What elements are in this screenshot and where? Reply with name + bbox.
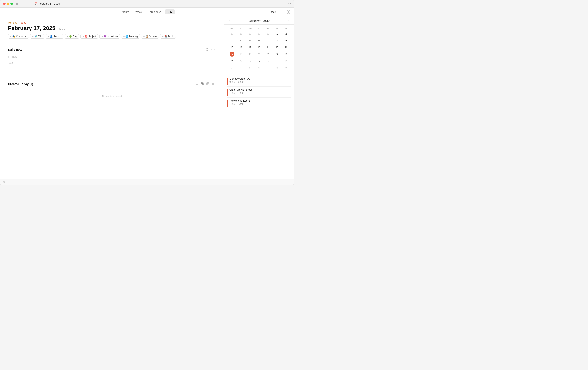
table-row[interactable]: 24 [228,58,236,64]
day-of-week: Monday [8,21,17,24]
table-row[interactable]: 18 [237,51,245,57]
tag-btn-project[interactable]: +🎯Project [80,34,98,39]
table-row[interactable]: 21 [264,51,273,57]
table-row[interactable]: 2 [282,31,290,37]
list-item[interactable]: Networking Event 16:00 - 17:45 [227,98,291,109]
calendar-day-15: 15 [275,45,279,50]
table-row[interactable]: 19 [246,51,254,57]
tag-btn-milestone[interactable]: +💜Milestone [99,34,120,39]
table-row[interactable]: 7 [264,37,273,44]
table-row[interactable]: 5 [246,65,254,71]
table-view-button[interactable] [205,81,210,86]
plus-icon: + [10,35,11,38]
tag-btn-meeting[interactable]: +🌐Meeting [121,34,140,39]
calendar-day-16: 16 [284,45,288,50]
table-row[interactable]: 29 [246,31,254,37]
back-button[interactable]: ← [22,2,27,6]
tag-btn-book[interactable]: +📚Book [160,34,176,39]
table-row[interactable]: 14 [264,44,273,51]
table-row[interactable]: 31 [264,31,273,37]
table-row[interactable]: 1 [273,58,281,64]
list-view-button[interactable] [194,81,199,86]
table-row[interactable]: 16 [282,44,290,51]
tab-day[interactable]: Day [165,9,175,14]
table-row[interactable]: 9 [282,65,290,71]
table-row[interactable]: 28 [264,58,273,64]
tab-week[interactable]: Week [133,9,145,14]
tag-btn-person[interactable]: +👤Person [46,34,63,39]
tag-btn-source[interactable]: +📋Source [141,34,159,39]
table-row[interactable]: 25 [237,58,245,64]
table-row[interactable]: 11 [237,44,245,51]
table-row[interactable]: 6 [255,65,263,71]
view-tabs-bar: MonthWeekThree daysDay ‹ Today › [0,8,294,16]
plus-icon: + [102,35,103,38]
tag-btn-character[interactable]: +🎭Character [8,34,29,39]
table-row[interactable]: 22 [273,51,281,57]
layout-toggle-button[interactable] [286,10,291,14]
table-row[interactable]: 1 [273,31,281,37]
tags-field[interactable]: 🏷 Tags [8,54,216,59]
cal-header-fr: Fr [264,27,273,30]
table-row[interactable]: 2 [282,58,290,64]
table-row[interactable]: 3 [228,37,236,44]
table-row[interactable]: 17 [228,51,236,57]
month-year-row: February ▾ 2025 ▾ [248,19,270,22]
expand-button[interactable] [204,47,210,52]
prev-period-button[interactable]: ‹ [261,10,265,14]
mini-calendar: MoTuWeThFrSaSu 2728293031123456789101112… [224,25,294,73]
event-bar [227,100,228,107]
table-row[interactable]: 15 [273,44,281,51]
table-row[interactable]: 3 [228,65,236,71]
sidebar-toggle-button[interactable] [16,2,20,6]
more-options-button[interactable]: ··· [211,47,216,52]
calendar-day-13: 13 [257,45,262,50]
table-row[interactable]: 23 [282,51,290,57]
table-row[interactable]: 26 [246,58,254,64]
table-row[interactable]: 8 [273,37,281,44]
grid-view-button[interactable] [200,81,205,86]
events-list: Monday Catch Up 08:30 - 09:00 Catch up w… [224,73,294,179]
next-period-button[interactable]: › [280,10,284,14]
table-row[interactable]: 6 [255,37,263,44]
forward-button[interactable]: → [28,2,32,6]
tag-btn-trip[interactable]: +🗺️Trip [30,34,44,39]
tab-month[interactable]: Month [119,9,132,14]
sidebar-prev-month-button[interactable]: ‹ [227,19,231,23]
table-row[interactable]: 5 [246,37,254,44]
table-row[interactable]: 13 [255,44,263,51]
maximize-button[interactable] [10,3,13,5]
text-field[interactable]: Text [8,61,216,65]
list-item[interactable]: Catch up with Steve 12:00 - 12:30 [227,87,291,98]
fullscreen-button[interactable]: ⊙ [288,2,291,6]
list-item[interactable]: Monday Catch Up 08:30 - 09:00 [227,76,291,87]
plus-icon: + [48,35,49,38]
sidebar-next-month-button[interactable]: › [287,19,291,23]
sidebar-year-label[interactable]: 2025 ▾ [263,19,270,22]
tag-btn-day[interactable]: +✳️Day [64,34,79,39]
table-row[interactable]: 10 [228,44,236,51]
table-row[interactable]: 7 [264,65,273,71]
table-row[interactable]: 27 [255,58,263,64]
calendar-day-23: 23 [284,52,288,57]
compact-view-button[interactable] [211,81,216,86]
sidebar-month-label[interactable]: February ▾ [248,19,261,22]
table-row[interactable]: 27 [228,31,236,37]
table-row[interactable]: 30 [255,31,263,37]
calendar-day-3: 3 [230,65,234,70]
view-icons [194,81,216,86]
table-row[interactable]: 12 [246,44,254,51]
table-row[interactable]: 4 [237,37,245,44]
table-row[interactable]: 9 [282,37,290,44]
tag-label: Person [53,35,61,38]
table-row[interactable]: 8 [273,65,281,71]
minimize-button[interactable] [7,3,9,5]
table-row[interactable]: 28 [237,31,245,37]
svg-rect-9 [201,83,202,84]
calendar-day-3: 3 [230,38,234,43]
close-button[interactable] [3,3,6,5]
tab-three-days[interactable]: Three days [146,9,164,14]
table-row[interactable]: 4 [237,65,245,71]
table-row[interactable]: 20 [255,51,263,57]
today-button[interactable]: Today [267,10,278,14]
